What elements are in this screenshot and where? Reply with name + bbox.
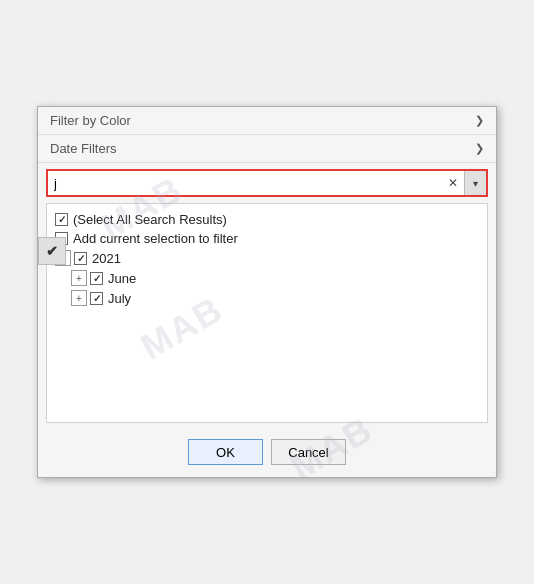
filter-dialog: MAB MAB MAB Filter by Color ❯ Date Filte…	[37, 106, 497, 478]
cancel-button[interactable]: Cancel	[271, 439, 346, 465]
list-item-add-current[interactable]: Add current selection to filter	[47, 229, 487, 248]
expander-july[interactable]: +	[71, 290, 87, 306]
label-july: July	[108, 291, 131, 306]
left-check-icon: ✔	[46, 243, 58, 259]
list-item-june[interactable]: + June	[63, 268, 487, 288]
search-area: ✕ ▾	[38, 163, 496, 203]
list-item-2021[interactable]: − 2021	[47, 248, 487, 268]
checkbox-select-all[interactable]	[55, 213, 68, 226]
label-add-current: Add current selection to filter	[73, 231, 238, 246]
date-filters-arrow: ❯	[475, 142, 484, 155]
checkbox-july[interactable]	[90, 292, 103, 305]
search-input[interactable]	[48, 171, 442, 195]
label-select-all: (Select All Search Results)	[73, 212, 227, 227]
label-june: June	[108, 271, 136, 286]
expander-june[interactable]: +	[71, 270, 87, 286]
list-item-july[interactable]: + July	[63, 288, 487, 308]
filter-by-color-item[interactable]: Filter by Color ❯	[38, 107, 496, 134]
date-filters-item[interactable]: Date Filters ❯	[38, 135, 496, 162]
checkbox-2021[interactable]	[74, 252, 87, 265]
ok-button[interactable]: OK	[188, 439, 263, 465]
filter-by-color-label: Filter by Color	[50, 113, 131, 128]
date-filters-label: Date Filters	[50, 141, 116, 156]
left-check-button[interactable]: ✔	[38, 237, 66, 265]
label-2021: 2021	[92, 251, 121, 266]
filter-list: (Select All Search Results) Add current …	[46, 203, 488, 423]
search-box: ✕ ▾	[46, 169, 488, 197]
search-clear-button[interactable]: ✕	[442, 171, 464, 195]
search-dropdown-button[interactable]: ▾	[464, 171, 486, 195]
list-item-select-all[interactable]: (Select All Search Results)	[47, 210, 487, 229]
filter-by-color-arrow: ❯	[475, 114, 484, 127]
checkbox-june[interactable]	[90, 272, 103, 285]
dialog-footer: OK Cancel	[38, 429, 496, 477]
